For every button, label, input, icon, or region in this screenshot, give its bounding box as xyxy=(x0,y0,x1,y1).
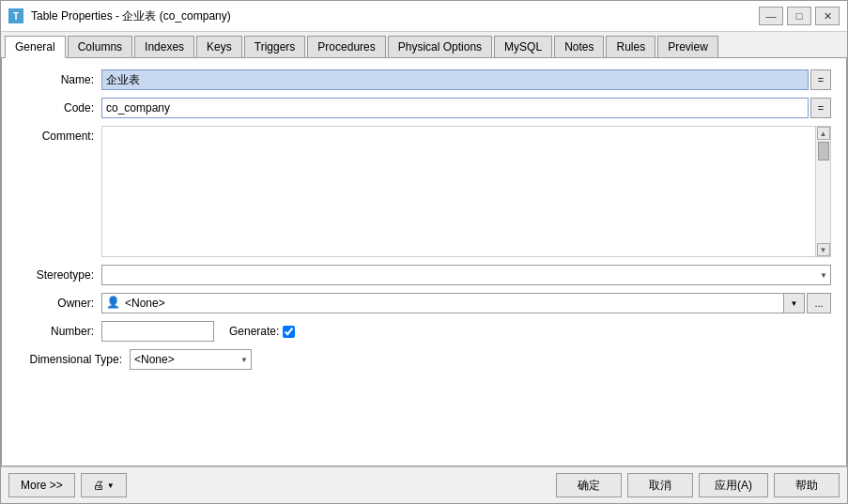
close-button[interactable]: ✕ xyxy=(815,7,840,25)
owner-value-text: <None> xyxy=(125,297,165,310)
dimensional-label: Dimensional Type: xyxy=(17,353,130,366)
comment-input[interactable] xyxy=(101,126,816,257)
tab-columns[interactable]: Columns xyxy=(68,36,132,57)
tab-indexes[interactable]: Indexes xyxy=(134,36,194,57)
tab-general[interactable]: General xyxy=(5,36,66,58)
help-button[interactable]: 帮助 xyxy=(774,473,840,497)
scroll-down-arrow[interactable]: ▼ xyxy=(817,243,830,256)
tab-keys[interactable]: Keys xyxy=(196,36,242,57)
owner-label: Owner: xyxy=(17,297,101,310)
comment-scrollbar: ▲ ▼ xyxy=(816,126,831,257)
more-label: More >> xyxy=(21,479,63,492)
stereotype-label: Stereotype: xyxy=(17,268,101,282)
tab-triggers[interactable]: Triggers xyxy=(244,36,306,57)
window-title: Table Properties - 企业表 (co_company) xyxy=(31,8,759,24)
name-browse-btn[interactable]: = xyxy=(810,69,831,90)
stereotype-select-wrapper xyxy=(101,265,831,285)
dimensional-row: Dimensional Type: <None> xyxy=(17,349,831,370)
minimize-button[interactable]: — xyxy=(759,7,783,25)
tab-rules[interactable]: Rules xyxy=(606,36,655,57)
print-button[interactable]: 🖨 ▼ xyxy=(81,473,127,497)
name-label: Name: xyxy=(17,73,101,86)
bottom-bar: More >> 🖨 ▼ 确定 取消 应用(A) 帮助 xyxy=(1,466,847,503)
code-label: Code: xyxy=(17,101,101,115)
code-row: Code: = xyxy=(17,98,831,118)
owner-dropdown-btn[interactable]: ▼ xyxy=(784,293,805,313)
code-browse-btn[interactable]: = xyxy=(810,98,831,118)
comment-row: Comment: ▲ ▼ xyxy=(17,126,831,257)
owner-row: Owner: 👤 <None> ▼ ... xyxy=(17,293,831,313)
number-label: Number: xyxy=(17,325,101,338)
owner-user-icon: 👤 xyxy=(106,296,121,311)
generate-label: Generate: xyxy=(229,325,279,338)
tab-notes[interactable]: Notes xyxy=(554,36,604,57)
owner-input-display: 👤 <None> xyxy=(101,293,784,313)
tab-preview[interactable]: Preview xyxy=(657,36,718,57)
scroll-up-arrow[interactable]: ▲ xyxy=(817,127,830,140)
form-content: Name: = Code: = Comment: ▲ ▼ xyxy=(1,58,847,466)
dimensional-select-wrapper: <None> xyxy=(130,349,252,370)
print-icon: 🖨 xyxy=(93,479,104,492)
generate-checkbox[interactable] xyxy=(283,326,295,338)
cancel-button[interactable]: 取消 xyxy=(627,473,693,497)
tab-physical-options[interactable]: Physical Options xyxy=(388,36,492,57)
main-window: T Table Properties - 企业表 (co_company) — … xyxy=(0,0,848,504)
code-input[interactable] xyxy=(101,98,809,118)
dimensional-select[interactable]: <None> xyxy=(130,349,252,370)
comment-label: Comment: xyxy=(17,126,101,143)
title-bar: T Table Properties - 企业表 (co_company) — … xyxy=(1,1,847,32)
maximize-button[interactable]: □ xyxy=(787,7,811,25)
window-controls: — □ ✕ xyxy=(759,7,840,25)
name-input[interactable] xyxy=(101,69,809,90)
scroll-thumb[interactable] xyxy=(818,142,829,160)
name-row: Name: = xyxy=(17,69,831,90)
owner-browse-btn[interactable]: ... xyxy=(807,293,831,313)
content-spacer xyxy=(17,377,831,454)
apply-button[interactable]: 应用(A) xyxy=(699,473,768,497)
number-row: Number: Generate: xyxy=(17,321,831,342)
stereotype-row: Stereotype: xyxy=(17,265,831,285)
ok-button[interactable]: 确定 xyxy=(556,473,622,497)
tab-mysql[interactable]: MySQL xyxy=(494,36,552,57)
tabs-bar: General Columns Indexes Keys Triggers Pr… xyxy=(1,32,847,58)
more-button[interactable]: More >> xyxy=(8,473,75,497)
print-dropdown-icon: ▼ xyxy=(107,481,115,490)
tab-procedures[interactable]: Procedures xyxy=(307,36,385,57)
app-icon: T xyxy=(8,8,23,23)
stereotype-select[interactable] xyxy=(101,265,831,285)
number-input[interactable] xyxy=(101,321,214,342)
